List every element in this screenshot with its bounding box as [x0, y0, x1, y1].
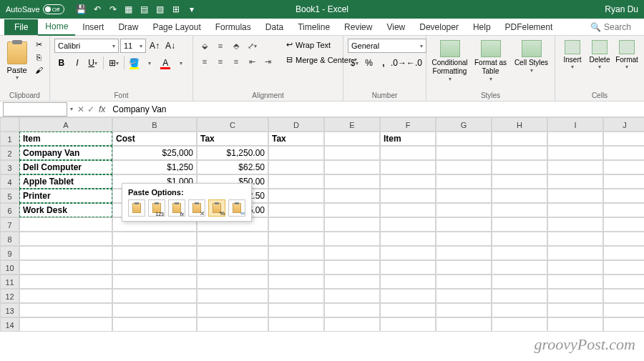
qat-btn[interactable]: ⊞ [169, 2, 183, 16]
align-center-icon[interactable]: ≡ [213, 54, 228, 69]
cell-I14[interactable] [547, 317, 603, 332]
cell-J7[interactable] [603, 217, 644, 232]
cell-H12[interactable] [492, 289, 547, 303]
save-icon[interactable]: 💾 [74, 2, 89, 16]
orientation-icon[interactable]: ⤢▾ [245, 39, 259, 53]
cell-D11[interactable] [268, 275, 324, 289]
cell-B1[interactable]: Cost [112, 132, 197, 146]
cell-I9[interactable] [547, 246, 603, 260]
cell-E7[interactable] [324, 217, 380, 232]
tab-timeline[interactable]: Timeline [291, 19, 337, 35]
cell-B13[interactable] [112, 303, 197, 317]
cell-G5[interactable] [436, 189, 492, 203]
cell-F9[interactable] [380, 246, 436, 260]
col-header-G[interactable]: G [436, 117, 492, 132]
cell-I4[interactable] [547, 174, 603, 189]
cell-C1[interactable]: Tax [197, 132, 268, 146]
cell-D7[interactable] [268, 217, 324, 232]
cell-E8[interactable] [324, 232, 380, 246]
tab-help[interactable]: Help [466, 19, 498, 35]
cell-J10[interactable] [603, 260, 644, 275]
cell-E1[interactable] [324, 132, 380, 146]
cell-D1[interactable]: Tax [268, 132, 324, 146]
row-header-6[interactable]: 6 [0, 203, 19, 217]
tab-review[interactable]: Review [337, 19, 379, 35]
cell-A11[interactable] [19, 275, 112, 289]
cell-A1[interactable]: Item [19, 132, 112, 146]
cell-H2[interactable] [492, 146, 547, 160]
cell-G12[interactable] [436, 289, 492, 303]
row-header-1[interactable]: 1 [0, 132, 19, 146]
cell-D12[interactable] [268, 289, 324, 303]
cell-F13[interactable] [380, 303, 436, 317]
cell-I12[interactable] [547, 289, 603, 303]
cell-D13[interactable] [268, 303, 324, 317]
cell-A13[interactable] [19, 303, 112, 317]
row-header-7[interactable]: 7 [0, 217, 19, 232]
cell-A12[interactable] [19, 289, 112, 303]
cell-A8[interactable] [19, 232, 112, 246]
qat-dropdown-icon[interactable]: ▾ [185, 2, 199, 16]
cell-C8[interactable] [197, 232, 268, 246]
increase-decimal-icon[interactable]: .0→ [391, 56, 406, 70]
paste-link-button[interactable]: ∞ [228, 199, 245, 217]
cell-B12[interactable] [112, 289, 197, 303]
font-color-dropdown[interactable]: ▾ [174, 56, 188, 70]
font-name-select[interactable]: Calibri▾ [54, 39, 119, 53]
cell-H4[interactable] [492, 174, 547, 189]
cell-J13[interactable] [603, 303, 644, 317]
fx-icon[interactable]: fx [99, 104, 105, 114]
cell-C12[interactable] [197, 289, 268, 303]
cell-B14[interactable] [112, 317, 197, 332]
cell-G13[interactable] [436, 303, 492, 317]
cell-C11[interactable] [197, 275, 268, 289]
cell-A10[interactable] [19, 260, 112, 275]
cell-F1[interactable]: Item [380, 132, 436, 146]
cell-E2[interactable] [324, 146, 380, 160]
cell-I10[interactable] [547, 260, 603, 275]
row-header-14[interactable]: 14 [0, 317, 19, 332]
cell-A2[interactable]: Company Van [19, 146, 112, 160]
cell-H10[interactable] [492, 260, 547, 275]
cell-D6[interactable] [268, 203, 324, 217]
cell-E12[interactable] [324, 289, 380, 303]
tab-pdfelement[interactable]: PDFelement [498, 19, 560, 35]
row-header-3[interactable]: 3 [0, 160, 19, 174]
decrease-decimal-icon[interactable]: ←.0 [407, 56, 421, 70]
cell-H13[interactable] [492, 303, 547, 317]
col-header-J[interactable]: J [603, 117, 644, 132]
cell-G2[interactable] [436, 146, 492, 160]
tab-draw[interactable]: Draw [111, 19, 145, 35]
cell-I2[interactable] [547, 146, 603, 160]
paste-all-button[interactable] [128, 199, 145, 217]
cell-D3[interactable] [268, 160, 324, 174]
cell-J8[interactable] [603, 232, 644, 246]
conditional-formatting-button[interactable]: Conditional Formatting▾ [431, 39, 469, 83]
cell-I6[interactable] [547, 203, 603, 217]
cell-J5[interactable] [603, 189, 644, 203]
cell-D2[interactable] [268, 146, 324, 160]
cell-F7[interactable] [380, 217, 436, 232]
cell-I11[interactable] [547, 275, 603, 289]
tab-file[interactable]: File [4, 19, 38, 35]
cell-I5[interactable] [547, 189, 603, 203]
cell-J2[interactable] [603, 146, 644, 160]
name-box[interactable] [3, 102, 67, 117]
cell-B3[interactable]: $1,250 [112, 160, 197, 174]
decrease-font-icon[interactable]: A↓ [163, 39, 177, 53]
col-header-B[interactable]: B [112, 117, 197, 132]
cell-G14[interactable] [436, 317, 492, 332]
cell-C13[interactable] [197, 303, 268, 317]
cell-H3[interactable] [492, 160, 547, 174]
comma-button[interactable]: , [377, 56, 390, 70]
increase-font-icon[interactable]: A↑ [147, 39, 162, 53]
qat-btn[interactable]: ▧ [153, 2, 167, 16]
cell-F11[interactable] [380, 275, 436, 289]
row-header-2[interactable]: 2 [0, 146, 19, 160]
cell-F12[interactable] [380, 289, 436, 303]
currency-button[interactable]: $▾ [348, 56, 361, 70]
cell-D4[interactable] [268, 174, 324, 189]
cell-styles-button[interactable]: Cell Styles▾ [512, 39, 550, 83]
format-painter-icon[interactable]: 🖌 [32, 64, 45, 76]
delete-cells-button[interactable]: Delete▾ [587, 39, 613, 70]
